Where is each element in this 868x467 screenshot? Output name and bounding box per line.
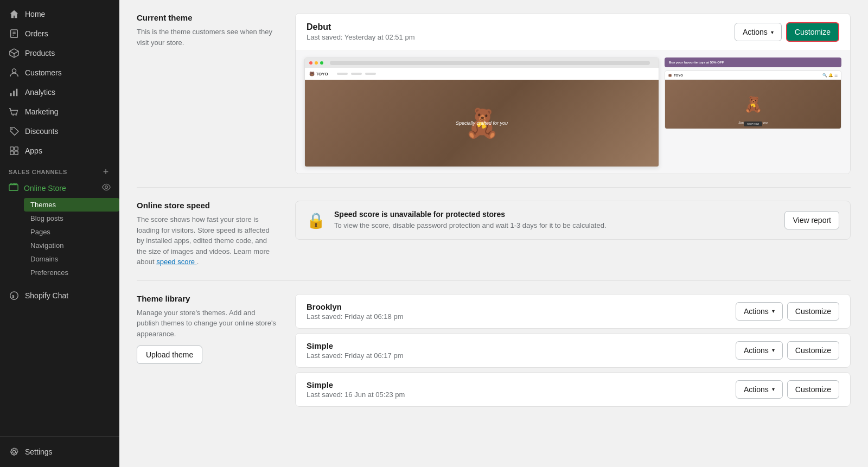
speed-score-title: Online store speed [137,201,278,210]
nav-dot [351,73,362,75]
subnav-item-pages[interactable]: Pages [24,225,119,239]
current-theme-desc: This is the theme customers see when the… [137,27,278,48]
theme-library-row: Brooklyn Last saved: Friday at 06:18 pm … [296,295,850,328]
svg-rect-14 [10,151,14,155]
sidebar-item-orders[interactable]: Orders [0,24,119,43]
preview-mobile-shop-btn: SHOP NOW [744,121,762,126]
eye-button[interactable] [102,183,111,193]
svg-rect-12 [10,147,14,150]
preview-hero-text: Specially crafted for you [456,120,508,126]
theme-library-right: Brooklyn Last saved: Friday at 06:18 pm … [295,294,851,411]
sales-channels-label: SALES CHANNELS + [0,161,119,179]
sidebar-item-label: Products [25,49,55,57]
speed-score-unavailable-title: Speed score is unavailable for protected… [334,210,776,219]
chevron-down-icon: ▾ [771,29,774,35]
theme-library-saved: Last saved: Friday at 06:18 pm [307,312,403,321]
url-bar [330,61,650,65]
theme-library-saved: Last saved: 16 Jun at 05:23 pm [307,391,405,399]
sidebar-item-apps[interactable]: Apps [0,141,119,161]
simple2-customize-button[interactable]: Customize [787,380,839,399]
theme-library-info: Simple Last saved: 16 Jun at 05:23 pm [307,380,405,399]
products-icon [9,48,20,59]
speed-score-right: 🔒 Speed score is unavailable for protect… [295,201,851,267]
brooklyn-customize-button[interactable]: Customize [787,302,839,321]
nav-dot [365,73,376,75]
sidebar-item-label: Marketing [25,107,58,116]
shopify-chat-label: Shopify Chat [25,291,68,300]
sidebar-item-label: Orders [25,29,48,38]
online-store-icon [9,182,18,194]
preview-nav [337,73,376,75]
theme-library-item-simple-2: Simple Last saved: 16 Jun at 05:23 pm Ac… [295,372,851,407]
speed-score-link[interactable]: speed score [156,258,196,266]
shopify-chat-icon: $ [9,290,20,301]
svg-rect-8 [16,89,18,97]
speed-score-card: 🔒 Speed score is unavailable for protect… [295,201,851,240]
subnav-item-domains[interactable]: Domains [24,252,119,266]
theme-name: Debut [307,22,414,32]
preview-mobile-hero: 🧸 Specially crafted for you SHOP NOW [665,80,841,129]
upload-theme-button[interactable]: Upload theme [137,346,202,364]
svg-point-11 [11,129,13,130]
actions-button[interactable]: Actions ▾ [735,23,782,41]
sidebar-item-marketing[interactable]: Marketing [0,102,119,121]
speed-score-left: Online store speed The score shows how f… [137,201,278,267]
svg-rect-7 [13,91,15,96]
chevron-down-icon: ▾ [772,308,775,314]
subnav-item-navigation[interactable]: Navigation [24,239,119,252]
preview-desktop: 🐻 TOYO 🧸 Specially crafted for [304,57,659,167]
simple1-customize-button[interactable]: Customize [787,341,839,360]
svg-rect-15 [15,151,18,155]
settings-icon [9,446,20,457]
theme-preview: 🐻 TOYO 🧸 Specially crafted for [296,51,850,174]
current-theme-right: Debut Last saved: Yesterday at 02:51 pm … [295,13,851,174]
marketing-icon [9,106,20,117]
svg-point-17 [105,186,108,189]
theme-library-title: Theme library [137,294,278,303]
orders-icon [9,28,20,39]
sidebar-item-products[interactable]: Products [0,43,119,63]
subnav-item-themes[interactable]: Themes [24,198,119,212]
theme-card-header: Debut Last saved: Yesterday at 02:51 pm … [296,14,850,51]
sidebar-nav: Home Orders Products Customers Analytics [0,0,119,436]
dot-red [309,61,312,65]
current-theme-left: Current theme This is the theme customer… [137,13,278,174]
sidebar-item-shopify-chat[interactable]: $ Shopify Chat [0,286,119,305]
lock-icon: 🔒 [307,212,326,229]
customize-button[interactable]: Customize [786,22,839,42]
preview-mobile-nav: 🐻 TOYO 🔍 🔔 ☰ [665,71,841,80]
sidebar-item-online-store[interactable]: Online Store [0,179,119,197]
theme-library-row: Simple Last saved: Friday at 06:17 pm Ac… [296,334,850,367]
preview-desktop-nav: 🐻 TOYO [305,68,659,80]
theme-library-info: Brooklyn Last saved: Friday at 06:18 pm [307,302,403,321]
brooklyn-actions-button[interactable]: Actions ▾ [736,302,783,321]
sidebar-item-discounts[interactable]: Discounts [0,121,119,141]
current-theme-section: Current theme This is the theme customer… [137,13,851,187]
customers-icon [9,67,20,78]
sidebar-item-home[interactable]: Home [0,4,119,24]
sidebar-item-settings[interactable]: Settings [9,443,111,460]
theme-library-item-simple-1: Simple Last saved: Friday at 06:17 pm Ac… [295,333,851,368]
subnav-item-blog-posts[interactable]: Blog posts [24,212,119,225]
sidebar: Home Orders Products Customers Analytics [0,0,119,467]
add-sales-channel-button[interactable]: + [101,167,111,177]
online-store-subnav: Themes Blog posts Pages Navigation Domai… [0,197,119,282]
preview-desktop-content: 🧸 Specially crafted for you [305,80,659,167]
svg-point-5 [12,69,16,73]
simple2-actions-button[interactable]: Actions ▾ [736,380,783,399]
theme-library-name: Simple [307,380,405,389]
analytics-icon [9,87,20,98]
sidebar-item-analytics[interactable]: Analytics [0,82,119,102]
section-divider [137,187,851,188]
sidebar-item-label: Home [25,10,45,18]
sidebar-item-customers[interactable]: Customers [0,63,119,82]
preview-logo: 🐻 TOYO [309,72,328,76]
sidebar-item-label: Discounts [25,127,58,136]
nav-dot [337,73,348,75]
speed-score-text: Speed score is unavailable for protected… [334,210,776,231]
theme-library-actions: Actions ▾ Customize [736,380,839,399]
view-report-button[interactable]: View report [784,211,839,229]
subnav-item-preferences[interactable]: Preferences [24,266,119,279]
simple1-actions-button[interactable]: Actions ▾ [736,341,783,360]
theme-library-saved: Last saved: Friday at 06:17 pm [307,351,403,360]
